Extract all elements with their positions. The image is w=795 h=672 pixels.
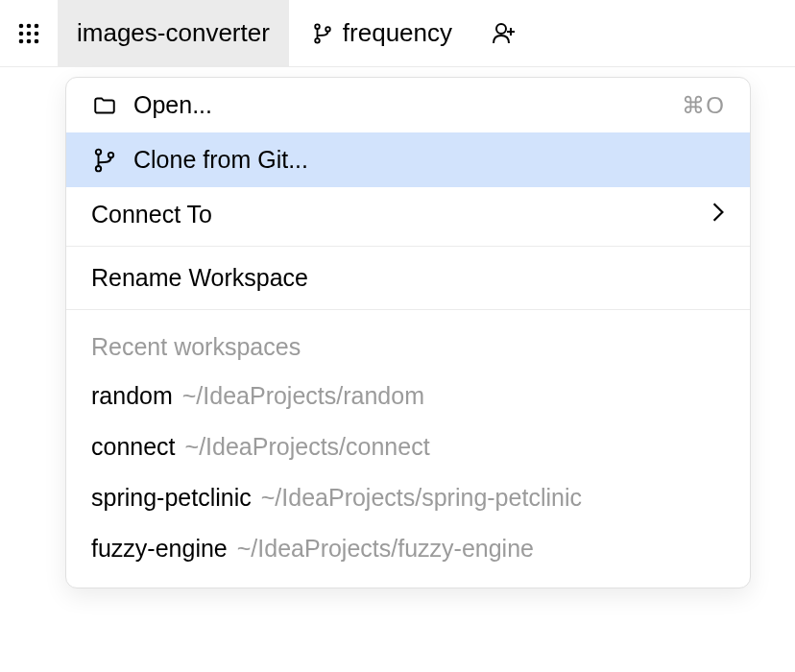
recent-name: spring-petclinic [91, 484, 252, 512]
svg-point-14 [96, 165, 101, 170]
recent-path: ~/IdeaProjects/spring-petclinic [261, 484, 582, 512]
svg-point-0 [19, 23, 24, 28]
recent-path: ~/IdeaProjects/fuzzy-engine [237, 535, 534, 563]
divider [66, 246, 750, 247]
recent-workspaces-list: random ~/IdeaProjects/random connect ~/I… [66, 371, 750, 588]
menu-shortcut: ⌘O [682, 92, 725, 119]
menu-label: Rename Workspace [91, 264, 725, 292]
git-branch-icon [312, 23, 333, 44]
recent-path: ~/IdeaProjects/connect [185, 433, 430, 461]
svg-point-11 [325, 27, 330, 32]
recent-workspace-item[interactable]: fuzzy-engine ~/IdeaProjects/fuzzy-engine [66, 523, 750, 574]
recent-name: connect [91, 433, 176, 461]
svg-point-7 [27, 38, 32, 43]
svg-point-15 [108, 152, 113, 156]
menu-clone-from-git[interactable]: Clone from Git... [66, 132, 750, 187]
recent-workspace-item[interactable]: connect ~/IdeaProjects/connect [66, 421, 750, 472]
svg-point-4 [27, 31, 32, 36]
apps-grid-icon[interactable] [15, 20, 42, 47]
tab-label: images-converter [77, 18, 270, 48]
recent-name: fuzzy-engine [91, 535, 228, 563]
menu-label: Clone from Git... [133, 146, 725, 174]
toolbar: images-converter frequency [0, 0, 795, 67]
recent-workspaces-header: Recent workspaces [66, 314, 750, 371]
svg-point-3 [19, 31, 24, 36]
recent-workspace-item[interactable]: random ~/IdeaProjects/random [66, 371, 750, 421]
menu-rename-workspace[interactable]: Rename Workspace [66, 251, 750, 305]
svg-point-2 [35, 23, 39, 28]
folder-icon [91, 93, 118, 118]
svg-point-9 [315, 24, 320, 29]
menu-label: Connect To [91, 201, 696, 228]
menu-open[interactable]: Open... ⌘O [66, 78, 750, 132]
git-branch-icon [91, 148, 118, 173]
svg-point-10 [315, 38, 320, 43]
svg-point-12 [496, 24, 506, 34]
tab-images-converter[interactable]: images-converter [58, 0, 289, 67]
recent-path: ~/IdeaProjects/random [182, 382, 424, 410]
menu-label: Open... [133, 91, 666, 119]
svg-point-1 [27, 23, 32, 28]
workspace-dropdown: Open... ⌘O Clone from Git... Connect To … [65, 77, 751, 588]
tab-frequency[interactable]: frequency [293, 0, 471, 67]
svg-point-6 [19, 38, 24, 43]
divider [66, 309, 750, 310]
add-user-button[interactable] [475, 0, 533, 67]
chevron-right-icon [711, 201, 725, 228]
svg-point-13 [96, 149, 101, 154]
svg-point-5 [35, 31, 39, 36]
svg-point-8 [35, 38, 39, 43]
menu-connect-to[interactable]: Connect To [66, 187, 750, 242]
recent-name: random [91, 382, 173, 410]
recent-workspace-item[interactable]: spring-petclinic ~/IdeaProjects/spring-p… [66, 472, 750, 523]
tab-label: frequency [343, 18, 452, 48]
